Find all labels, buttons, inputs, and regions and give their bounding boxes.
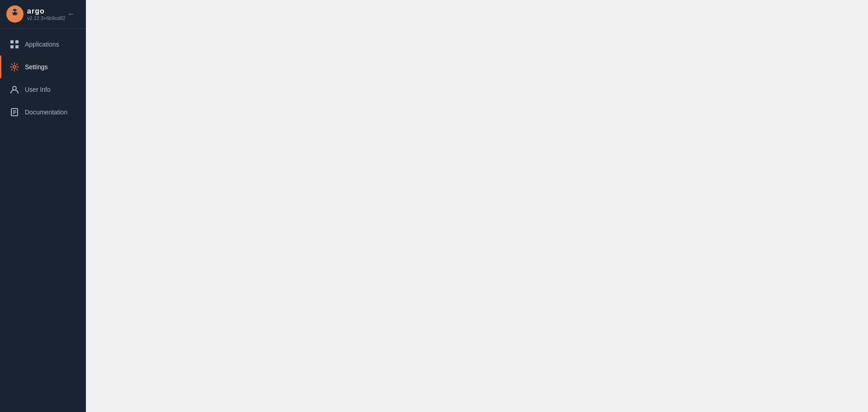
svg-point-5	[16, 11, 17, 12]
logo-text: argo v2.12.3+6b9cd82	[27, 7, 66, 21]
svg-rect-10	[15, 45, 19, 48]
sidebar-item-settings[interactable]: Settings	[0, 56, 86, 78]
sidebar-logo: argo v2.12.3+6b9cd82 ←	[0, 0, 86, 28]
sidebar-item-settings-label: Settings	[25, 63, 48, 71]
logo-version: v2.12.3+6b9cd82	[27, 15, 66, 21]
back-icon[interactable]: ←	[67, 9, 75, 19]
sidebar-nav: Applications Settings Us	[0, 28, 86, 123]
svg-rect-7	[10, 40, 14, 43]
svg-rect-9	[10, 45, 14, 48]
sidebar-item-applications[interactable]: Applications	[0, 33, 86, 56]
sidebar-item-documentation[interactable]: Documentation	[0, 101, 86, 123]
sidebar-item-user-info[interactable]: User Info	[0, 78, 86, 101]
argo-avatar	[6, 5, 24, 23]
sidebar-item-user-info-label: User Info	[25, 86, 51, 93]
svg-point-11	[13, 66, 16, 68]
settings-icon	[9, 62, 19, 72]
sidebar-item-documentation-label: Documentation	[25, 109, 67, 116]
svg-rect-6	[12, 15, 18, 19]
sidebar: argo v2.12.3+6b9cd82 ← Applications	[0, 0, 86, 412]
svg-point-12	[13, 86, 16, 90]
svg-rect-8	[15, 40, 19, 43]
applications-icon	[9, 39, 19, 49]
documentation-icon	[9, 107, 19, 117]
logo-name: argo	[27, 7, 66, 15]
sidebar-item-applications-label: Applications	[25, 41, 59, 48]
user-icon	[9, 85, 19, 95]
svg-point-4	[13, 11, 14, 12]
